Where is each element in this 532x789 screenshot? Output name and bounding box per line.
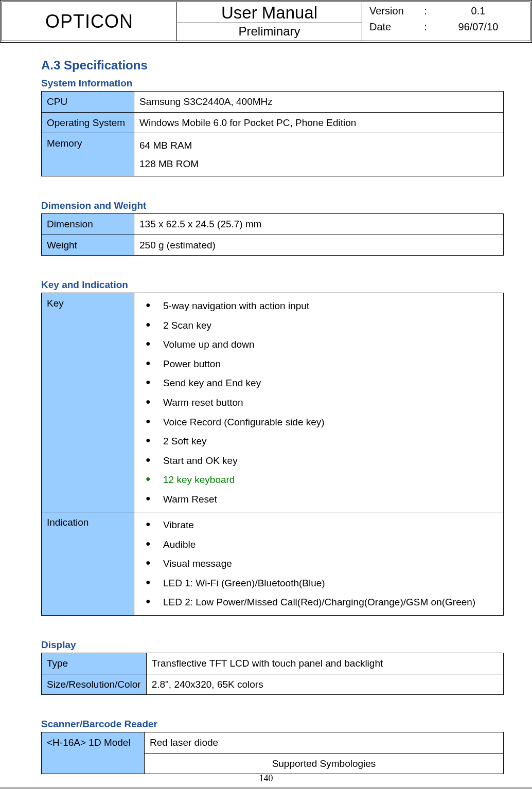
indication-list: VibrateAudibleVisual messageLED 1: Wi-Fi…	[139, 515, 498, 612]
page-number: 140	[0, 773, 532, 784]
manual-subtitle: Preliminary	[177, 23, 362, 41]
row-value: 250 g (estimated)	[134, 235, 504, 256]
row-value: 5-way navigation with action input2 Scan…	[134, 293, 504, 512]
section-heading-system-information: System Information	[41, 78, 504, 89]
row-value: Supported Symbologies	[145, 753, 504, 774]
table-row: <H-16A> 1D Model Red laser diode	[42, 732, 504, 754]
list-item: 2 Scan key	[139, 316, 498, 335]
date-label: Date	[366, 21, 420, 33]
list-item: Audible	[139, 535, 498, 554]
list-item: LED 1: Wi-Fi (Green)/Bluetooth(Blue)	[139, 573, 498, 593]
list-item: Warm Reset	[139, 490, 498, 509]
row-value: Windows Mobile 6.0 for Pocket PC, Phone …	[134, 112, 504, 133]
manual-title: User Manual	[177, 2, 362, 23]
list-item: 12 key keyboard	[139, 470, 498, 490]
display-table: Type Transflective TFT LCD with touch pa…	[41, 653, 504, 695]
list-item: LED 2: Low Power/Missed Call(Red)/Chargi…	[139, 593, 498, 612]
row-value: 64 MB RAM 128 MB ROM	[134, 133, 504, 176]
table-row: Size/Resolution/Color 2.8", 240x320, 65K…	[42, 674, 504, 695]
row-label: <H-16A> 1D Model	[42, 732, 145, 774]
memory-ram: 64 MB RAM	[139, 136, 498, 155]
key-indication-table: Key 5-way navigation with action input2 …	[41, 293, 504, 616]
row-label: Key	[42, 293, 134, 512]
list-item: 2 Soft key	[139, 432, 498, 451]
list-item: Vibrate	[139, 515, 498, 535]
memory-rom: 128 MB ROM	[139, 155, 498, 173]
page-bottom-border	[0, 787, 532, 789]
row-value: Transflective TFT LCD with touch panel a…	[146, 653, 503, 674]
section-heading-key-indication: Key and Indication	[41, 279, 504, 291]
row-label: Size/Resolution/Color	[42, 674, 147, 695]
scanner-table: <H-16A> 1D Model Red laser diode Support…	[41, 732, 504, 774]
list-item: Volume up and down	[139, 335, 498, 354]
row-label: Operating System	[42, 112, 134, 133]
separator: :	[420, 5, 431, 17]
list-item: Warm reset button	[139, 393, 498, 413]
list-item: 5-way navigation with action input	[139, 296, 498, 316]
table-row: Weight 250 g (estimated)	[42, 235, 504, 256]
row-value: Samsung S3C2440A, 400MHz	[134, 92, 504, 113]
table-row: Indication VibrateAudibleVisual messageL…	[42, 512, 504, 616]
row-label: CPU	[42, 92, 134, 113]
system-information-table: CPU Samsung S3C2440A, 400MHz Operating S…	[41, 91, 504, 176]
list-item: Visual message	[139, 554, 498, 573]
list-item: Voice Record (Configurable side key)	[139, 413, 498, 432]
row-label: Memory	[42, 133, 134, 176]
row-value: 2.8", 240x320, 65K colors	[146, 674, 503, 695]
dimension-weight-table: Dimension 135 x 62.5 x 24.5 (25.7) mm We…	[41, 213, 504, 256]
version-value: 0.1	[431, 5, 526, 17]
row-value: VibrateAudibleVisual messageLED 1: Wi-Fi…	[134, 512, 504, 616]
section-heading-main: A.3 Specifications	[41, 58, 504, 73]
date-value: 96/07/10	[431, 21, 526, 33]
row-label: Dimension	[42, 214, 134, 235]
section-heading-display: Display	[41, 639, 504, 651]
row-label: Weight	[42, 235, 134, 256]
version-label: Version	[366, 5, 420, 17]
table-row: Type Transflective TFT LCD with touch pa…	[42, 653, 504, 674]
document-header: OPTICON User Manual Preliminary Version …	[0, 0, 532, 43]
list-item: Send key and End key	[139, 373, 498, 393]
table-row: Operating System Windows Mobile 6.0 for …	[42, 112, 504, 133]
list-item: Start and OK key	[139, 451, 498, 471]
row-value: Red laser diode	[145, 732, 504, 754]
list-item: Power button	[139, 354, 498, 374]
section-heading-dimension-weight: Dimension and Weight	[41, 200, 504, 211]
section-heading-scanner: Scanner/Barcode Reader	[41, 719, 504, 730]
table-row: Key 5-way navigation with action input2 …	[42, 293, 504, 512]
brand-name: OPTICON	[2, 2, 177, 41]
row-label: Type	[42, 653, 147, 674]
table-row: Dimension 135 x 62.5 x 24.5 (25.7) mm	[42, 214, 504, 235]
key-list: 5-way navigation with action input2 Scan…	[139, 296, 498, 509]
table-row: Memory 64 MB RAM 128 MB ROM	[42, 133, 504, 176]
row-value: 135 x 62.5 x 24.5 (25.7) mm	[134, 214, 504, 235]
separator: :	[420, 21, 431, 33]
row-label: Indication	[42, 512, 134, 616]
table-row: CPU Samsung S3C2440A, 400MHz	[42, 92, 504, 113]
